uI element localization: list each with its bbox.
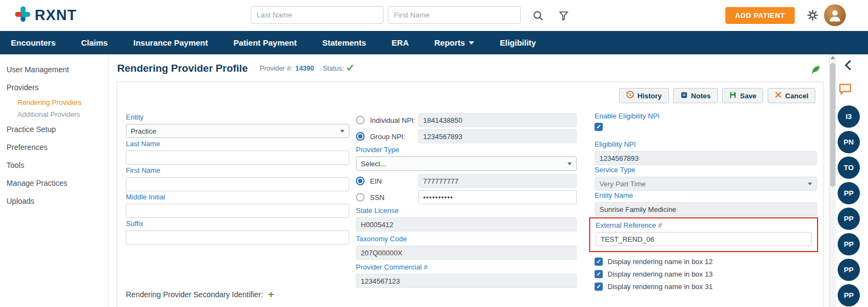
rxnt-logo[interactable]: RXNT xyxy=(14,5,77,25)
nav-era[interactable]: ERA xyxy=(392,38,409,47)
chat-bubble-icon[interactable] xyxy=(838,83,852,98)
main-content: Rendering Provider Profile Provider #: 1… xyxy=(108,54,829,307)
sidebar-item-providers[interactable]: Providers xyxy=(7,79,108,97)
group-npi-label: Group NPI: xyxy=(370,133,405,141)
provider-badge[interactable]: PN xyxy=(838,131,860,153)
provider-badge[interactable]: PP xyxy=(838,259,860,281)
collapse-panel-chevron-icon[interactable] xyxy=(844,60,852,73)
status-label: Status: xyxy=(323,65,344,72)
state-license-field[interactable] xyxy=(356,217,577,231)
provider-type-select[interactable]: Select... xyxy=(356,156,577,171)
taxonomy-code-field[interactable] xyxy=(356,246,577,260)
nav-claims[interactable]: Claims xyxy=(81,38,108,47)
first-name-field[interactable] xyxy=(126,177,349,191)
chevron-down-icon xyxy=(808,183,812,185)
user-avatar[interactable] xyxy=(824,4,846,26)
provider-badge[interactable]: TO xyxy=(838,156,860,179)
display-box12-checkbox[interactable] xyxy=(595,258,603,266)
page-title-row: Rendering Provider Profile Provider #: 1… xyxy=(117,62,354,74)
eligibility-npi-label: Eligibility NPI xyxy=(595,140,817,149)
taxonomy-code-label: Taxonomy Code xyxy=(356,235,577,243)
add-secondary-identifier-icon[interactable]: + xyxy=(268,291,274,298)
app-header: RXNT ADD PATIENT xyxy=(0,0,868,31)
external-reference-label: External Reference # xyxy=(596,221,812,230)
group-npi-radio[interactable] xyxy=(356,132,365,141)
last-name-field[interactable] xyxy=(126,151,349,165)
sidebar-item-tools[interactable]: Tools xyxy=(7,156,108,174)
service-type-label: Service Type xyxy=(595,166,817,174)
nav-statements[interactable]: Statements xyxy=(322,38,366,47)
sidebar-item-uploads[interactable]: Uploads xyxy=(7,192,108,210)
ssn-field[interactable] xyxy=(418,190,577,204)
external-reference-field[interactable] xyxy=(596,232,812,246)
settings-sidebar: User Management Providers Rendering Prov… xyxy=(0,54,108,307)
main-navbar: Encounters Claims Insurance Payment Pati… xyxy=(0,31,868,54)
ssn-radio[interactable] xyxy=(356,193,365,202)
sidebar-item-practice-setup[interactable]: Practice Setup xyxy=(7,121,108,139)
gear-icon[interactable] xyxy=(805,8,820,23)
filter-icon[interactable] xyxy=(556,8,571,23)
individual-npi-label: Individual NPI: xyxy=(370,116,416,124)
form-column-2: Individual NPI: Group NPI: Provider Type… xyxy=(356,82,577,291)
group-npi-field[interactable] xyxy=(418,129,577,143)
nav-encounters[interactable]: Encounters xyxy=(11,38,56,47)
display-box31-checkbox[interactable] xyxy=(595,283,603,291)
nav-reports[interactable]: Reports xyxy=(435,38,475,47)
nav-eligibility[interactable]: Eligibility xyxy=(500,38,536,47)
provider-badge[interactable]: I3 xyxy=(838,105,860,128)
individual-npi-field[interactable] xyxy=(418,113,577,127)
sidebar-item-preferences[interactable]: Preferences xyxy=(7,139,108,156)
vertical-scrollbar[interactable] xyxy=(829,54,836,307)
individual-npi-radio[interactable] xyxy=(356,116,365,124)
add-patient-button[interactable]: ADD PATIENT xyxy=(725,7,795,24)
chevron-down-icon xyxy=(469,41,474,45)
nav-insurance-payment[interactable]: Insurance Payment xyxy=(133,38,208,47)
search-icon[interactable] xyxy=(531,8,546,23)
scrollbar-thumb[interactable] xyxy=(830,63,835,187)
logo-text: RXNT xyxy=(35,7,77,24)
last-name-search-input[interactable] xyxy=(251,6,384,24)
ein-label: EIN xyxy=(370,177,382,185)
leaf-icon[interactable] xyxy=(810,64,821,77)
provider-profile-card: History Notes xyxy=(117,82,824,307)
service-type-select[interactable]: Very Part Time xyxy=(595,177,817,191)
last-name-label: Last Name xyxy=(126,140,349,148)
entity-name-field[interactable] xyxy=(595,202,817,216)
provider-number-link[interactable]: 14390 xyxy=(295,65,314,72)
ein-field[interactable] xyxy=(418,174,577,188)
suffix-label: Suffix xyxy=(126,220,349,228)
sidebar-item-manage-practices[interactable]: Manage Practices xyxy=(7,174,108,192)
provider-badge[interactable]: PP xyxy=(838,208,860,230)
first-name-search-input[interactable] xyxy=(388,6,521,24)
sidebar-item-user-management[interactable]: User Management xyxy=(7,61,108,79)
eligibility-npi-field[interactable] xyxy=(595,151,817,165)
nav-patient-payment[interactable]: Patient Payment xyxy=(233,38,297,47)
display-box13-checkbox[interactable] xyxy=(595,270,603,278)
enable-eligibility-npi-checkbox[interactable] xyxy=(595,123,603,131)
provider-commercial-label: Provider Commercial # xyxy=(356,263,577,272)
entity-name-label: Entity Name xyxy=(595,191,817,200)
ein-radio[interactable] xyxy=(356,177,365,185)
provider-badge[interactable]: PP xyxy=(838,284,860,306)
provider-badge[interactable]: PP xyxy=(838,233,860,255)
sidebar-item-additional-providers[interactable]: Additional Providers xyxy=(7,109,108,121)
entity-select[interactable]: Practice xyxy=(126,124,349,138)
suffix-field[interactable] xyxy=(126,230,349,245)
external-reference-highlight-box: External Reference # xyxy=(589,217,818,252)
middle-initial-label: Middle Initial xyxy=(126,193,349,202)
middle-initial-field[interactable] xyxy=(126,204,349,218)
scroll-up-arrow[interactable] xyxy=(831,56,835,59)
provider-badge[interactable]: PP xyxy=(838,182,860,204)
ssn-label: SSN xyxy=(370,193,385,202)
form-column-3: Enable Eligibility NPI Eligibility NPI S… xyxy=(595,82,817,295)
provider-quick-rail: I3 PN TO PP PP PP PP PP xyxy=(838,105,860,306)
page-title: Rendering Provider Profile xyxy=(117,62,248,74)
enable-eligibility-npi-label: Enable Eligibility NPI xyxy=(595,112,817,121)
secondary-identifier-row: Rendering Provider Secondary Identifier:… xyxy=(126,290,274,299)
chevron-down-icon xyxy=(340,130,344,133)
provider-type-label: Provider Type xyxy=(356,146,577,154)
provider-commercial-field[interactable] xyxy=(356,274,577,288)
form-column-1: Entity Practice Last Name First Name Mid… xyxy=(126,82,349,246)
status-check-icon xyxy=(346,64,354,73)
sidebar-item-rendering-providers[interactable]: Rendering Providers xyxy=(7,97,108,109)
